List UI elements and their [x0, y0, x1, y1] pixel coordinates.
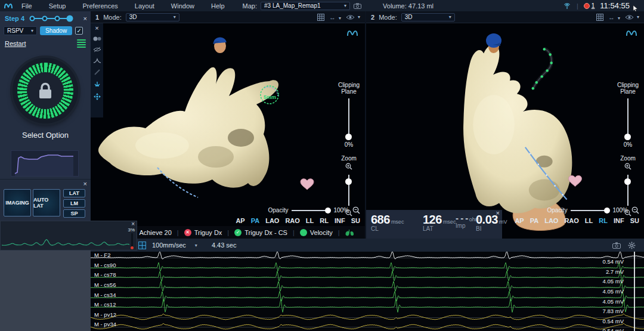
step-title: Step 4 [5, 15, 24, 22]
ecg-channel-label[interactable]: M - cs90 [94, 262, 116, 268]
layout-grid-icon[interactable] [596, 14, 603, 21]
clipping-plane-value: 0% [614, 141, 642, 148]
orientation-inf[interactable]: INF [614, 217, 624, 224]
orientation-rl[interactable]: RL [320, 217, 329, 224]
lat-value: 126 [423, 213, 442, 226]
dual-sphere-icon[interactable] [93, 36, 101, 41]
caliper-line[interactable] [634, 252, 635, 331]
restart-link[interactable]: Restart [5, 40, 26, 47]
list-menu-icon[interactable] [77, 39, 86, 48]
orientation-su[interactable]: SU [351, 217, 360, 224]
sweep-speed[interactable]: 100mm/sec [152, 242, 186, 249]
divider: | [293, 229, 295, 236]
anatomy-model-right[interactable] [366, 11, 644, 239]
orientation-rao[interactable]: RAO [564, 217, 578, 224]
orientation-ap[interactable]: AP [515, 217, 524, 224]
orientation-inf[interactable]: INF [335, 217, 345, 224]
orientation-rao[interactable]: RAO [285, 217, 299, 224]
opacity-slider[interactable] [571, 210, 609, 211]
lat-button[interactable]: LAT [63, 189, 85, 197]
pan-arrows-icon[interactable]: ↔▾ [608, 14, 620, 21]
cycle-length-value: 686 [371, 213, 390, 226]
close-icon[interactable]: × [83, 16, 87, 21]
vein-select[interactable]: RSPV ▾ [4, 26, 37, 35]
clipping-plane-slider[interactable] [348, 98, 349, 138]
sp-button[interactable]: SP [63, 209, 85, 218]
shadow-checkbox[interactable]: ✓ [75, 27, 83, 35]
chevron-down-icon: ▾ [195, 243, 197, 248]
measurement-panel: × 686msec CL 126msec LAT - - -ohm Imp 0.… [366, 210, 502, 239]
bipolar-voltage-label: BI [476, 225, 507, 232]
clipping-plane-slider[interactable] [627, 98, 628, 138]
orientation-rl[interactable]: RL [599, 217, 608, 224]
orientation-su[interactable]: SU [630, 217, 639, 224]
orientation-pa[interactable]: PA [530, 217, 538, 224]
lm-button[interactable]: LM [63, 199, 85, 208]
orientation-pa[interactable]: PA [251, 217, 259, 224]
visibility-eye-icon[interactable]: ▾ [346, 14, 360, 20]
sweep-grid-icon[interactable] [138, 242, 146, 249]
menu-item-setup[interactable]: Setup [49, 2, 66, 10]
visibility-eye-icon[interactable]: ▾ [625, 14, 639, 20]
ecg-channel-label[interactable]: M - pv34 [94, 321, 116, 327]
ecg-channel-label[interactable]: M - cs12 [94, 301, 116, 308]
catheter-chip[interactable]: ✕ Triguy Dx [184, 229, 222, 236]
application-window: FileSetupPreferencesLayoutWindowHelp Map… [0, 0, 644, 331]
zoom-slider[interactable] [627, 175, 628, 206]
zoom-out-icon[interactable] [352, 206, 360, 214]
viewport-1[interactable]: 5mm 1 Mode: 3D ▾ ↔▾ ▾ [91, 11, 365, 239]
ecg-channel-label[interactable]: M - cs56 [94, 281, 116, 288]
zoom-in-icon[interactable] [624, 163, 631, 170]
ecg-channel-row: M - cs127.83 mV [91, 301, 644, 311]
telemetry-antenna-icon[interactable] [563, 2, 571, 10]
orientation-lao[interactable]: LAO [544, 217, 558, 224]
orientation-lao[interactable]: LAO [265, 217, 279, 224]
orientation-ap[interactable]: AP [236, 217, 244, 224]
ecg-channel-label[interactable]: M - pv12 [94, 311, 116, 318]
ecg-channel-label[interactable]: M - F2 [94, 252, 110, 258]
settings-gear-icon[interactable] [628, 242, 636, 249]
viewport-2[interactable]: 2 Mode: 3D ▾ ↔▾ ▾ Clipping Plane 0% [365, 11, 644, 239]
anchor-marker-icon[interactable] [93, 81, 101, 87]
imaging-button[interactable]: IMAGING [4, 189, 31, 216]
zoom-slider[interactable] [348, 175, 349, 206]
move-4way-icon[interactable] [93, 92, 101, 101]
menu-item-help[interactable]: Help [211, 2, 225, 10]
menu-item-layout[interactable]: Layout [135, 2, 154, 10]
gaussian-curve-icon[interactable] [93, 58, 101, 63]
shadow-button[interactable]: Shadow [40, 26, 72, 35]
gain-slider-handle[interactable] [131, 246, 134, 249]
ecg-channel-label[interactable]: M - cs34 [94, 292, 116, 298]
menu-item-preferences[interactable]: Preferences [82, 2, 117, 10]
map-select[interactable]: #3 LA_Map_Remap1 ▾ [261, 2, 350, 10]
probe-icon[interactable] [94, 69, 101, 76]
mode-select[interactable]: 3D ▾ [401, 13, 455, 21]
orientation-ll[interactable]: LL [585, 217, 593, 224]
record-badge[interactable]: 1 [584, 2, 595, 9]
orientation-ll[interactable]: LL [306, 217, 314, 224]
step-progress-stepper[interactable] [28, 14, 75, 23]
catheter-chip[interactable]: Velocity [300, 229, 333, 236]
ecg-channel-row: M - pv120.54 mV [91, 311, 644, 321]
catheter-chip[interactable]: ✓ Triguy Dx - CS [234, 229, 287, 236]
auto-lat-button[interactable]: AUTO LAT [33, 189, 60, 216]
lock-dial[interactable] [13, 58, 78, 123]
zoom-in-icon[interactable] [345, 163, 352, 170]
hide-model-eye-icon[interactable] [93, 47, 101, 52]
close-icon[interactable]: × [131, 221, 135, 227]
close-icon[interactable]: × [95, 25, 98, 31]
camera-icon[interactable] [354, 3, 361, 9]
zoom-out-icon[interactable] [631, 206, 639, 214]
menu-item-file[interactable]: File [21, 2, 32, 10]
pan-arrows-icon[interactable]: ↔▾ [329, 14, 341, 21]
mode-select[interactable]: 3D ▾ [126, 13, 179, 21]
menu-item-window[interactable]: Window [171, 2, 194, 10]
opacity-slider[interactable] [292, 210, 330, 211]
close-icon[interactable]: × [83, 181, 87, 187]
layout-grid-icon[interactable] [317, 14, 324, 21]
catheter-chip[interactable]: Achieve 20 [139, 229, 171, 236]
snapshot-camera-icon[interactable] [612, 242, 621, 249]
ecg-channel-label[interactable]: M - cs78 [94, 271, 116, 278]
gain-slider[interactable] [131, 233, 133, 248]
orientation-buttons: APPALAORAOLLRLINFSU [515, 217, 639, 224]
